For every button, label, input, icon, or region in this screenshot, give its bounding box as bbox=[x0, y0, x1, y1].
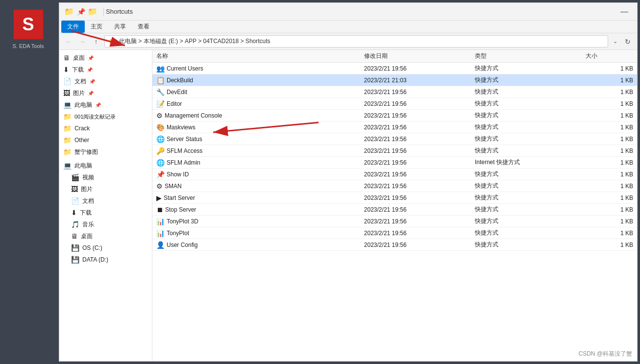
table-row[interactable]: 🌐 SFLM Admin 2023/2/21 19:56 Internet 快捷… bbox=[152, 157, 637, 169]
path-text: 此电脑 > 本地磁盘 (E:) > APP > 04TCAD2018 > Sho… bbox=[119, 37, 271, 46]
nav-item-001[interactable]: 📁 001阅读文献记录 bbox=[59, 111, 152, 122]
nav-item-other[interactable]: 📁 Other bbox=[59, 134, 152, 146]
nav-item-dl2[interactable]: ⬇ 下载 bbox=[59, 207, 152, 218]
nav-item-downloads[interactable]: ⬇ 下载 📌 bbox=[59, 64, 152, 75]
file-name-cell[interactable]: 📋 DeckBuild bbox=[152, 74, 360, 86]
file-size: 1 KB bbox=[582, 86, 637, 98]
table-row[interactable]: 👤 User Config 2023/2/21 19:56 快捷方式 1 KB bbox=[152, 239, 637, 251]
explorer-window: 📁 📌 📁 Shortcuts — 文件 主页 共享 查看 ← → ↑ 📁 此电… bbox=[59, 2, 638, 362]
file-name-cell[interactable]: 🔑 SFLM Access bbox=[152, 145, 360, 157]
file-name: SMAN bbox=[165, 183, 182, 190]
file-modified: 2023/2/21 19:56 bbox=[360, 145, 471, 157]
file-modified: 2023/2/21 19:56 bbox=[360, 180, 471, 192]
menu-bar: 文件 主页 共享 查看 bbox=[59, 21, 637, 33]
file-modified: 2023/2/21 19:56 bbox=[360, 216, 471, 227]
nav-item-docs[interactable]: 📄 文档 📌 bbox=[59, 75, 152, 87]
file-table: 名称 修改日期 类型 大小 👥 Current Users 2023/2/21 … bbox=[152, 50, 637, 251]
window-title: Shortcuts bbox=[106, 8, 616, 15]
col-header-type[interactable]: 类型 bbox=[471, 50, 582, 63]
title-bar: 📁 📌 📁 Shortcuts — bbox=[59, 3, 637, 21]
table-row[interactable]: ▶ Start Server 2023/2/21 19:56 快捷方式 1 KB bbox=[152, 192, 637, 204]
nav-item-desktop[interactable]: 🖥 桌面 📌 bbox=[59, 52, 152, 64]
minimize-button[interactable]: — bbox=[616, 6, 632, 17]
address-dropdown[interactable]: ⌄ bbox=[611, 37, 619, 46]
nav-item-desktop2[interactable]: 🖥 桌面 bbox=[59, 230, 152, 242]
file-name-cell[interactable]: ▶ Start Server bbox=[152, 192, 360, 204]
thispc-icon: 💻 bbox=[63, 101, 72, 109]
col-header-name[interactable]: 名称 bbox=[152, 50, 360, 63]
file-name-cell[interactable]: 👥 Current Users bbox=[152, 63, 360, 74]
file-icon: 👥 bbox=[156, 65, 165, 73]
file-type: 快捷方式 bbox=[471, 216, 582, 227]
desktop2-icon: 🖥 bbox=[71, 232, 78, 240]
file-size: 1 KB bbox=[582, 121, 637, 133]
back-button[interactable]: ← bbox=[63, 36, 74, 47]
address-path[interactable]: 📁 此电脑 > 本地磁盘 (E:) > APP > 04TCAD2018 > S… bbox=[104, 35, 608, 48]
pictures-icon: 🖼 bbox=[63, 89, 70, 97]
nav-item-xie[interactable]: 📁 蟹宁修图 bbox=[59, 146, 152, 158]
file-name-cell[interactable]: 🌐 Server Status bbox=[152, 133, 360, 145]
table-row[interactable]: 📝 Editor 2023/2/21 19:56 快捷方式 1 KB bbox=[152, 98, 637, 110]
nav-group-thispc[interactable]: 💻 此电脑 bbox=[59, 160, 152, 171]
file-name-cell[interactable]: ⚙ SMAN bbox=[152, 180, 360, 192]
osc-icon: 💾 bbox=[71, 244, 79, 252]
nav-item-osc[interactable]: 💾 OS (C:) bbox=[59, 242, 152, 254]
file-name-cell[interactable]: 🎨 Maskviews bbox=[152, 121, 360, 133]
table-row[interactable]: 📊 TonyPlot 2023/2/21 19:56 快捷方式 1 KB bbox=[152, 227, 637, 239]
table-row[interactable]: 🌐 Server Status 2023/2/21 19:56 快捷方式 1 K… bbox=[152, 133, 637, 145]
pin-icon[interactable]: 📌 bbox=[76, 7, 86, 17]
file-type: 快捷方式 bbox=[471, 204, 582, 216]
menu-item-file[interactable]: 文件 bbox=[61, 21, 85, 33]
file-name: Maskviews bbox=[167, 124, 196, 131]
pin-marker: 📌 bbox=[88, 55, 94, 61]
table-row[interactable]: 👥 Current Users 2023/2/21 19:56 快捷方式 1 K… bbox=[152, 63, 637, 74]
file-size: 1 KB bbox=[582, 74, 637, 86]
table-row[interactable]: 🔧 DevEdit 2023/2/21 19:56 快捷方式 1 KB bbox=[152, 86, 637, 98]
refresh-button[interactable]: ↻ bbox=[622, 36, 633, 47]
file-name-cell[interactable]: ⏹ Stop Server bbox=[152, 204, 360, 216]
menu-item-share[interactable]: 共享 bbox=[108, 21, 132, 33]
file-name-cell[interactable]: 🔧 DevEdit bbox=[152, 86, 360, 98]
table-row[interactable]: ⚙ SMAN 2023/2/21 19:56 快捷方式 1 KB bbox=[152, 180, 637, 192]
nav-item-pic2[interactable]: 🖼 图片 bbox=[59, 183, 152, 195]
file-name-cell[interactable]: 📊 TonyPlot 3D bbox=[152, 216, 360, 227]
menu-item-home[interactable]: 主页 bbox=[85, 21, 108, 33]
file-size: 1 KB bbox=[582, 204, 637, 216]
thispc-group-icon: 💻 bbox=[63, 162, 72, 170]
pin-marker-4: 📌 bbox=[88, 91, 94, 96]
file-icon: 🎨 bbox=[156, 123, 165, 131]
nav-item-doc2[interactable]: 📄 文档 bbox=[59, 195, 152, 207]
table-row[interactable]: 📋 DeckBuild 2023/2/21 21:03 快捷方式 1 KB bbox=[152, 74, 637, 86]
file-name-cell[interactable]: 👤 User Config bbox=[152, 239, 360, 251]
nav-item-video[interactable]: 🎬 视频 bbox=[59, 171, 152, 183]
file-name: Server Status bbox=[167, 136, 202, 143]
video-icon: 🎬 bbox=[71, 173, 79, 181]
table-row[interactable]: ⚙ Management Console 2023/2/21 19:56 快捷方… bbox=[152, 110, 637, 121]
up-button[interactable]: ↑ bbox=[91, 36, 101, 47]
nav-item-pictures[interactable]: 🖼 图片 📌 bbox=[59, 87, 152, 99]
table-row[interactable]: 🔑 SFLM Access 2023/2/21 19:56 快捷方式 1 KB bbox=[152, 145, 637, 157]
menu-item-view[interactable]: 查看 bbox=[132, 21, 155, 33]
file-name-cell[interactable]: 🌐 SFLM Admin bbox=[152, 157, 360, 169]
nav-item-music[interactable]: 🎵 音乐 bbox=[59, 218, 152, 230]
table-row[interactable]: 🎨 Maskviews 2023/2/21 19:56 快捷方式 1 KB bbox=[152, 121, 637, 133]
table-row[interactable]: ⏹ Stop Server 2023/2/21 19:56 快捷方式 1 KB bbox=[152, 204, 637, 216]
file-name-cell[interactable]: 📊 TonyPlot bbox=[152, 227, 360, 239]
file-name-cell[interactable]: ⚙ Management Console bbox=[152, 110, 360, 121]
nav-item-crack[interactable]: 📁 Crack bbox=[59, 122, 152, 134]
folder-other-icon: 📁 bbox=[63, 136, 72, 144]
col-header-size[interactable]: 大小 bbox=[582, 50, 637, 63]
nav-item-thispc[interactable]: 💻 此电脑 📌 bbox=[59, 99, 152, 111]
file-modified: 2023/2/21 19:56 bbox=[360, 227, 471, 239]
nav-item-datad[interactable]: 💾 DATA (D:) bbox=[59, 254, 152, 266]
file-name-cell[interactable]: 📝 Editor bbox=[152, 98, 360, 110]
file-name-cell[interactable]: 📌 Show ID bbox=[152, 169, 360, 180]
datad-icon: 💾 bbox=[71, 256, 79, 264]
nav-panel: 🖥 桌面 📌 ⬇ 下载 📌 📄 文档 📌 🖼 图片 📌 💻 此电 bbox=[59, 50, 152, 361]
col-header-modified[interactable]: 修改日期 bbox=[360, 50, 471, 63]
forward-button[interactable]: → bbox=[77, 36, 88, 47]
table-row[interactable]: 📊 TonyPlot 3D 2023/2/21 19:56 快捷方式 1 KB bbox=[152, 216, 637, 227]
logo-letter: S bbox=[22, 14, 34, 35]
table-row[interactable]: 📌 Show ID 2023/2/21 19:56 快捷方式 1 KB bbox=[152, 169, 637, 180]
file-size: 1 KB bbox=[582, 169, 637, 180]
